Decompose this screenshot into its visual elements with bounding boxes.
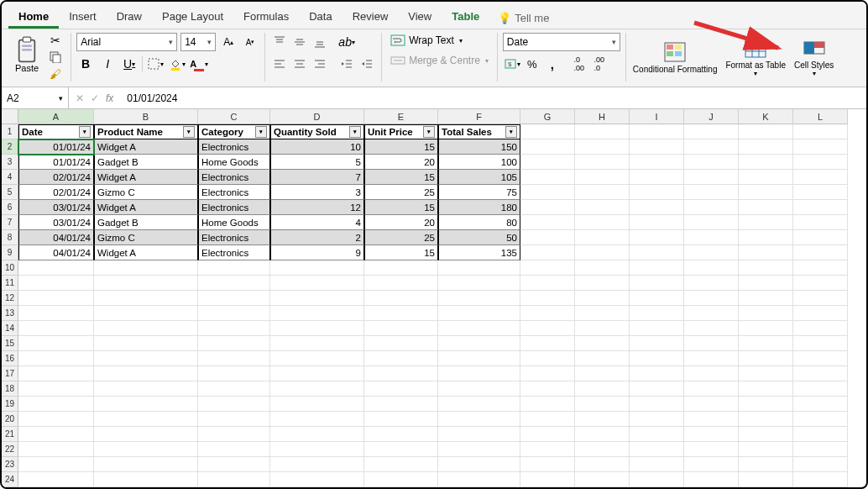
cell[interactable] [270,427,364,442]
cell[interactable]: 04/01/24 [18,245,94,260]
row-header-24[interactable]: 24 [2,472,18,487]
comma-button[interactable]: , [543,55,562,73]
cell[interactable] [793,230,848,245]
cell[interactable] [739,306,793,321]
format-as-table-button[interactable]: Format as Table▾ [724,35,787,79]
cell[interactable] [94,260,198,276]
cell[interactable]: 105 [438,170,520,185]
cell[interactable] [270,457,364,472]
cell[interactable] [520,291,575,306]
cell[interactable] [575,457,630,472]
cell[interactable] [793,124,848,139]
cell[interactable] [575,366,630,381]
cell[interactable] [630,245,684,260]
row-header-20[interactable]: 20 [2,412,18,427]
tab-pagelayout[interactable]: Page Layout [152,7,233,29]
cell[interactable] [520,215,575,230]
cell[interactable] [575,276,630,291]
cell[interactable] [520,230,575,245]
cell[interactable] [793,155,848,170]
cell[interactable]: 25 [364,185,438,200]
cell[interactable] [575,306,630,321]
row-header-16[interactable]: 16 [2,351,18,366]
cell[interactable] [94,472,198,487]
cell[interactable] [364,412,438,427]
row-header-17[interactable]: 17 [2,366,18,381]
cell[interactable]: 01/01/24 [18,139,94,155]
cell[interactable] [270,366,364,381]
table-header[interactable]: Category▾ [198,124,270,139]
conditional-formatting-button[interactable]: Conditional Formatting [631,39,719,76]
cell[interactable] [684,321,739,336]
cell[interactable] [575,412,630,427]
cell[interactable]: 15 [364,170,438,185]
cell[interactable] [520,185,575,200]
cell[interactable]: 80 [438,215,520,230]
font-name-dropdown[interactable]: Arial▾ [76,33,177,51]
row-header-6[interactable]: 6 [2,200,18,215]
tab-formulas[interactable]: Formulas [233,7,299,29]
table-header[interactable]: Product Name▾ [94,124,198,139]
cell[interactable] [270,472,364,487]
row-header-10[interactable]: 10 [2,260,18,276]
cell[interactable]: 150 [438,139,520,155]
cell[interactable] [739,260,793,276]
col-header-J[interactable]: J [684,109,739,124]
filter-icon[interactable]: ▾ [255,126,267,138]
cell[interactable] [739,200,793,215]
cell[interactable] [438,397,520,412]
cell[interactable] [198,381,270,397]
row-header-14[interactable]: 14 [2,321,18,336]
cell[interactable] [364,442,438,457]
cell[interactable] [739,381,793,397]
cell[interactable] [793,427,848,442]
cell[interactable] [520,260,575,276]
name-box[interactable]: A2▾ [2,87,69,108]
cell[interactable] [684,366,739,381]
cell[interactable] [630,381,684,397]
cell[interactable] [684,215,739,230]
cell[interactable] [575,381,630,397]
cell[interactable] [575,200,630,215]
cell[interactable] [18,412,94,427]
col-header-B[interactable]: B [94,109,198,124]
borders-button[interactable]: ▾ [146,55,165,73]
cell[interactable] [739,124,793,139]
select-all-corner[interactable] [2,109,18,124]
cell[interactable] [684,351,739,366]
cell[interactable] [18,291,94,306]
col-header-E[interactable]: E [364,109,438,124]
cell[interactable] [684,245,739,260]
cell[interactable] [520,245,575,260]
cell[interactable] [18,351,94,366]
wrap-text-button[interactable]: Wrap Text▾ [387,33,466,48]
cell[interactable] [270,306,364,321]
table-header[interactable]: Unit Price▾ [364,124,438,139]
cell[interactable] [270,412,364,427]
cell[interactable] [94,412,198,427]
cell[interactable] [793,185,848,200]
cell[interactable] [575,215,630,230]
cell[interactable] [364,336,438,351]
cell[interactable] [198,291,270,306]
cell[interactable] [739,397,793,412]
cell[interactable] [270,397,364,412]
cell[interactable] [739,336,793,351]
row-header-15[interactable]: 15 [2,336,18,351]
cell[interactable] [520,321,575,336]
cell[interactable] [438,306,520,321]
cell[interactable] [575,260,630,276]
cell[interactable] [270,260,364,276]
cell[interactable] [630,155,684,170]
cell[interactable] [364,291,438,306]
orientation-button[interactable]: ab▾ [337,33,356,51]
cell[interactable]: 15 [364,245,438,260]
cell[interactable] [575,336,630,351]
cell[interactable] [520,200,575,215]
cell[interactable]: Electronics [198,170,270,185]
cell[interactable] [630,457,684,472]
cell[interactable] [684,155,739,170]
cell[interactable] [793,170,848,185]
cell[interactable] [198,321,270,336]
col-header-F[interactable]: F [438,109,520,124]
